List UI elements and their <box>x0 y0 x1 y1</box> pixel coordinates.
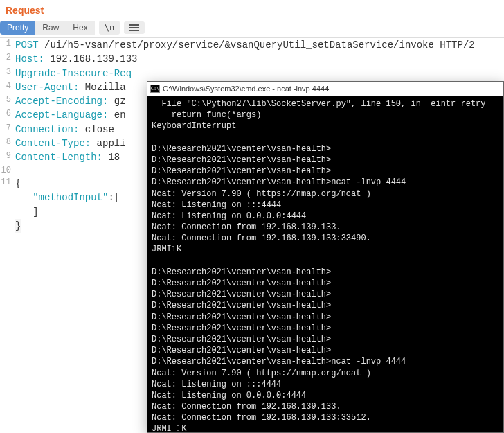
line-text: User-Agent: Mozilla <box>15 80 126 94</box>
tab-raw[interactable]: Raw <box>35 21 66 35</box>
cmd-icon: C:\ <box>150 85 160 93</box>
menu-button[interactable] <box>124 21 145 34</box>
panel-title: Request <box>6 5 44 16</box>
terminal-title: C:\Windows\System32\cmd.exe - ncat -lnvp… <box>163 85 329 93</box>
newline-toggle-button[interactable]: \n <box>99 21 120 35</box>
request-line[interactable]: 2Host: 192.168.139.133 <box>0 52 504 66</box>
terminal-titlebar[interactable]: C:\ C:\Windows\System32\cmd.exe - ncat -… <box>147 82 503 96</box>
line-number: 7 <box>0 123 15 134</box>
line-text: Content-Type: appli <box>15 136 126 150</box>
request-line[interactable]: 3Upgrade-Insecure-Req <box>0 67 504 80</box>
line-number: 1 <box>0 38 15 50</box>
toolbar: Pretty Raw Hex \n <box>0 19 504 38</box>
line-text: ] <box>15 205 39 219</box>
line-number: 11 <box>0 177 15 188</box>
line-text: Upgrade-Insecure-Req <box>15 67 132 80</box>
line-number: 2 <box>0 52 15 64</box>
tab-pretty[interactable]: Pretty <box>0 21 35 35</box>
line-number: 10 <box>0 165 15 177</box>
hamburger-icon <box>129 24 139 31</box>
line-text: "methodInput":[ <box>15 191 120 204</box>
line-number: 6 <box>0 108 15 120</box>
line-number: 8 <box>0 136 15 148</box>
panel-header: Request <box>0 0 504 19</box>
line-number: 5 <box>0 94 15 106</box>
line-text: { <box>15 177 21 191</box>
line-text: Accept-Encoding: gz <box>15 94 126 108</box>
line-number: 3 <box>0 67 15 78</box>
terminal-body[interactable]: File "C:\Python27\lib\SocketServer.py", … <box>147 96 503 433</box>
line-text: Host: 192.168.139.133 <box>15 52 137 66</box>
line-number: 9 <box>0 150 15 162</box>
line-text: Accept-Language: en <box>15 108 126 122</box>
line-text: Connection: close <box>15 123 114 136</box>
line-number: 4 <box>0 80 15 92</box>
line-text: Content-Length: 18 <box>15 150 120 164</box>
terminal-window[interactable]: C:\ C:\Windows\System32\cmd.exe - ncat -… <box>147 81 504 433</box>
request-line[interactable]: 1POST /ui/h5-vsan/rest/proxy/service/&vs… <box>0 38 504 52</box>
tab-hex[interactable]: Hex <box>66 21 94 35</box>
line-text: } <box>15 219 21 233</box>
line-text: POST /ui/h5-vsan/rest/proxy/service/&vsa… <box>15 38 475 52</box>
